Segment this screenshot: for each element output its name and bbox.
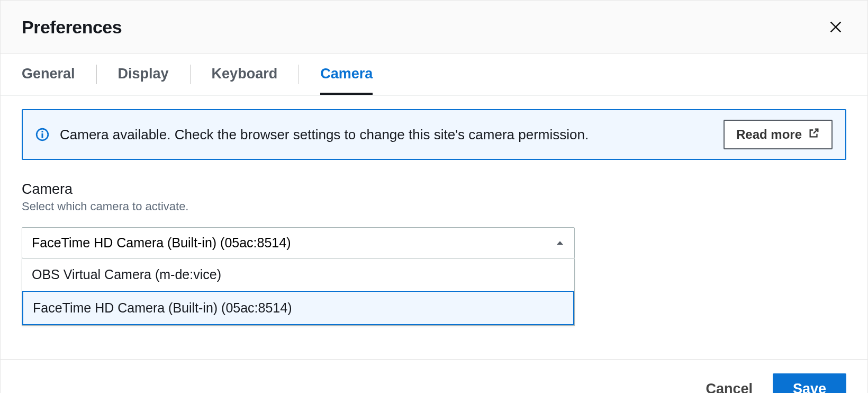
- modal-footer: Cancel Save: [1, 359, 867, 393]
- external-link-icon: [808, 127, 820, 142]
- svg-rect-2: [41, 131, 43, 132]
- close-button[interactable]: [825, 16, 846, 38]
- camera-select-dropdown: OBS Virtual Camera (m-de:vice) FaceTime …: [22, 258, 575, 326]
- camera-permission-alert: Camera available. Check the browser sett…: [22, 109, 846, 160]
- preferences-modal: Preferences General Display Keyboard Cam…: [0, 0, 868, 393]
- read-more-label: Read more: [736, 127, 802, 142]
- tab-divider: [190, 65, 191, 84]
- modal-header: Preferences: [1, 1, 867, 54]
- camera-option-facetime[interactable]: FaceTime HD Camera (Built-in) (05ac:8514…: [22, 291, 574, 325]
- tab-keyboard[interactable]: Keyboard: [212, 54, 278, 95]
- tab-display[interactable]: Display: [118, 54, 169, 95]
- cancel-button[interactable]: Cancel: [700, 374, 758, 393]
- caret-up-icon: [555, 238, 565, 248]
- camera-field: Camera Select which camera to activate. …: [22, 181, 846, 258]
- tab-camera[interactable]: Camera: [320, 54, 373, 95]
- read-more-button[interactable]: Read more: [724, 120, 833, 149]
- svg-rect-1: [41, 133, 43, 138]
- camera-select-trigger[interactable]: FaceTime HD Camera (Built-in) (05ac:8514…: [22, 227, 575, 258]
- info-icon: [35, 128, 49, 141]
- camera-select: FaceTime HD Camera (Built-in) (05ac:8514…: [22, 227, 575, 258]
- tab-general[interactable]: General: [22, 54, 75, 95]
- tab-divider: [96, 65, 97, 84]
- close-icon: [828, 28, 843, 36]
- modal-body: Camera available. Check the browser sett…: [1, 95, 867, 280]
- tab-bar: General Display Keyboard Camera: [1, 54, 867, 95]
- tab-divider: [299, 65, 299, 84]
- save-button[interactable]: Save: [773, 373, 846, 393]
- camera-select-value: FaceTime HD Camera (Built-in) (05ac:8514…: [32, 235, 291, 250]
- camera-field-label: Camera: [22, 181, 846, 198]
- modal-title: Preferences: [22, 17, 122, 38]
- alert-text: Camera available. Check the browser sett…: [60, 127, 589, 143]
- camera-option-obs[interactable]: OBS Virtual Camera (m-de:vice): [22, 258, 574, 291]
- camera-field-help: Select which camera to activate.: [22, 200, 846, 213]
- alert-content: Camera available. Check the browser sett…: [35, 127, 712, 143]
